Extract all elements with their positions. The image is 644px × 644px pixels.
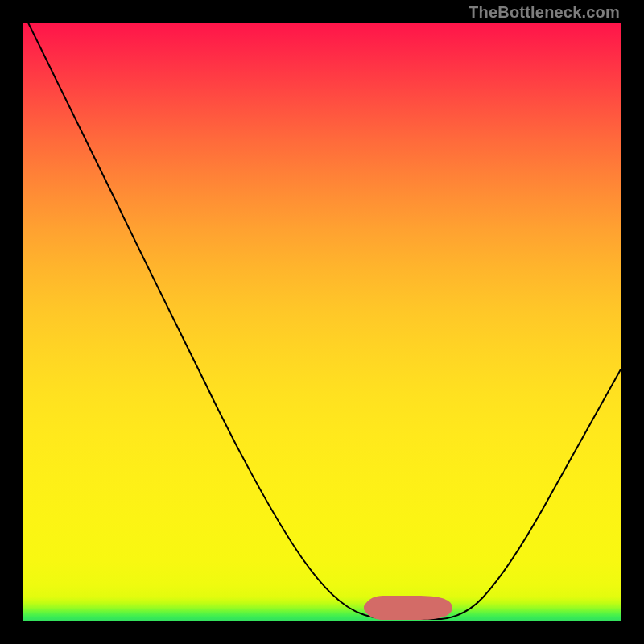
bottleneck-curve bbox=[23, 23, 621, 619]
attribution-label: TheBottleneck.com bbox=[469, 3, 620, 22]
chart-svg bbox=[23, 23, 621, 621]
optimal-range-marker bbox=[364, 596, 452, 620]
plot-area bbox=[23, 23, 621, 621]
chart-frame: TheBottleneck.com bbox=[0, 0, 644, 644]
